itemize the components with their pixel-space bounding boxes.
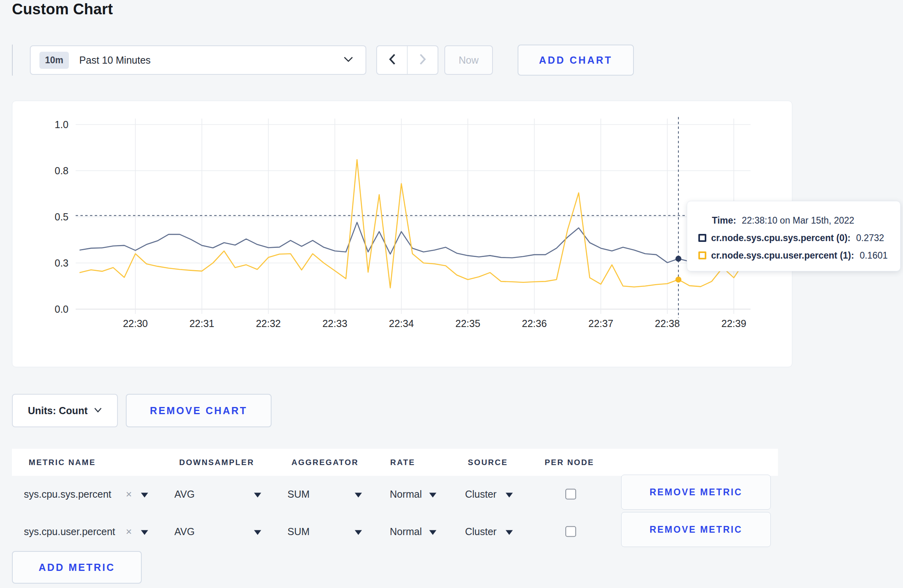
tooltip-time-label: Time:: [712, 215, 736, 226]
chevron-right-icon: [419, 53, 427, 67]
toolbar-divider: [12, 45, 13, 76]
col-header-aggregator: AGGREGATOR: [291, 458, 359, 467]
x-axis-tick-label: 22:31: [190, 318, 215, 329]
metric-row: sys.cpu.sys.percent × AVG SUM Normal Clu…: [12, 477, 778, 512]
time-range-label: Past 10 Minutes: [79, 55, 150, 66]
units-select[interactable]: Units: Count: [12, 394, 118, 427]
col-header-source: SOURCE: [468, 458, 508, 467]
downsampler-select[interactable]: AVG: [174, 489, 195, 500]
col-header-rate: RATE: [390, 458, 415, 467]
aggregator-select[interactable]: SUM: [287, 526, 310, 537]
next-time-button[interactable]: [408, 46, 438, 74]
metrics-table-header: METRIC NAME DOWNSAMPLER AGGREGATOR RATE …: [12, 449, 778, 476]
tooltip-series-label: cr.node.sys.cpu.user.percent (1):: [711, 250, 854, 261]
per-node-checkbox[interactable]: [565, 526, 576, 537]
source-select[interactable]: Cluster: [465, 526, 496, 537]
metric-name-select[interactable]: sys.cpu.user.percent: [24, 526, 115, 537]
rate-select[interactable]: Normal: [390, 526, 422, 537]
clear-metric-icon[interactable]: ×: [126, 526, 132, 538]
x-axis-tick-label: 22:37: [588, 318, 614, 329]
time-range-badge: 10m: [39, 52, 69, 69]
x-axis-tick-label: 22:34: [389, 318, 414, 329]
metric-select-arrow-icon[interactable]: [141, 526, 148, 537]
prev-time-button[interactable]: [377, 46, 408, 74]
aggregator-select[interactable]: SUM: [287, 489, 310, 500]
series-swatch-user-icon: [698, 251, 706, 259]
chevron-down-icon: [343, 56, 354, 64]
downsampler-select[interactable]: AVG: [174, 526, 195, 537]
col-header-metric-name: METRIC NAME: [29, 458, 96, 467]
x-axis-tick-label: 22:38: [655, 318, 680, 329]
time-pager: [376, 45, 438, 75]
metric-name-select[interactable]: sys.cpu.sys.percent: [24, 489, 111, 500]
chevron-down-icon: [94, 407, 102, 414]
x-axis-tick-label: 22:30: [123, 318, 148, 329]
clear-metric-icon[interactable]: ×: [126, 488, 132, 500]
downsampler-arrow-icon[interactable]: [254, 526, 261, 537]
y-axis-tick-label: 1.0: [55, 119, 68, 130]
units-label: Units: Count: [28, 405, 88, 417]
y-axis-tick-label: 0.0: [55, 304, 68, 315]
y-axis-tick-label: 0.5: [55, 211, 68, 222]
time-series-chart[interactable]: 0.00.30.50.81.022:3022:3122:3222:3322:34…: [12, 101, 792, 367]
series-swatch-sys-icon: [698, 234, 706, 242]
series-line-1: [80, 160, 745, 288]
col-header-downsampler: DOWNSAMPLER: [179, 458, 254, 467]
source-arrow-icon[interactable]: [506, 489, 513, 500]
tooltip-series-label: cr.node.sys.cpu.sys.percent (0):: [711, 233, 850, 243]
x-axis-tick-label: 22:32: [256, 318, 281, 329]
series-line-0: [80, 222, 745, 263]
aggregator-arrow-icon[interactable]: [355, 526, 362, 537]
remove-chart-button[interactable]: REMOVE CHART: [126, 394, 272, 427]
downsampler-arrow-icon[interactable]: [254, 489, 261, 500]
x-axis-tick-label: 22:33: [322, 318, 348, 329]
time-range-select[interactable]: 10m Past 10 Minutes: [30, 45, 366, 75]
y-axis-tick-label: 0.8: [55, 165, 68, 176]
chart-card: 0.00.30.50.81.022:3022:3122:3222:3322:34…: [12, 101, 792, 367]
source-arrow-icon[interactable]: [506, 526, 513, 537]
rate-select[interactable]: Normal: [390, 489, 422, 500]
chevron-left-icon: [388, 53, 396, 67]
chart-hover-tooltip: Time: 22:38:10 on Mar 15th, 2022 cr.node…: [687, 201, 901, 271]
x-axis-tick-label: 22:36: [522, 318, 547, 329]
rate-arrow-icon[interactable]: [429, 526, 436, 537]
hover-marker: [675, 256, 681, 262]
per-node-checkbox[interactable]: [565, 489, 576, 500]
tooltip-time-value: 22:38:10 on Mar 15th, 2022: [742, 215, 854, 226]
aggregator-arrow-icon[interactable]: [355, 489, 362, 500]
tooltip-series-value: 0.2732: [856, 233, 884, 243]
remove-metric-button[interactable]: REMOVE METRIC: [621, 475, 771, 510]
hover-marker: [675, 276, 681, 282]
x-axis-tick-label: 22:35: [455, 318, 481, 329]
y-axis-tick-label: 0.3: [55, 257, 68, 269]
now-button[interactable]: Now: [444, 45, 493, 75]
add-metric-button[interactable]: ADD METRIC: [12, 551, 142, 584]
remove-metric-button[interactable]: REMOVE METRIC: [621, 512, 771, 547]
metric-select-arrow-icon[interactable]: [141, 489, 148, 500]
x-axis-tick-label: 22:39: [721, 318, 747, 329]
metric-row: sys.cpu.user.percent × AVG SUM Normal Cl…: [12, 514, 778, 549]
col-header-per-node: PER NODE: [545, 458, 594, 467]
source-select[interactable]: Cluster: [465, 489, 496, 500]
add-chart-button[interactable]: ADD CHART: [518, 45, 634, 76]
rate-arrow-icon[interactable]: [429, 489, 436, 500]
page-title: Custom Chart: [12, 1, 113, 18]
tooltip-series-value: 0.1601: [860, 250, 887, 261]
custom-chart-page: Custom Chart 10m Past 10 Minutes Now ADD…: [0, 0, 903, 588]
